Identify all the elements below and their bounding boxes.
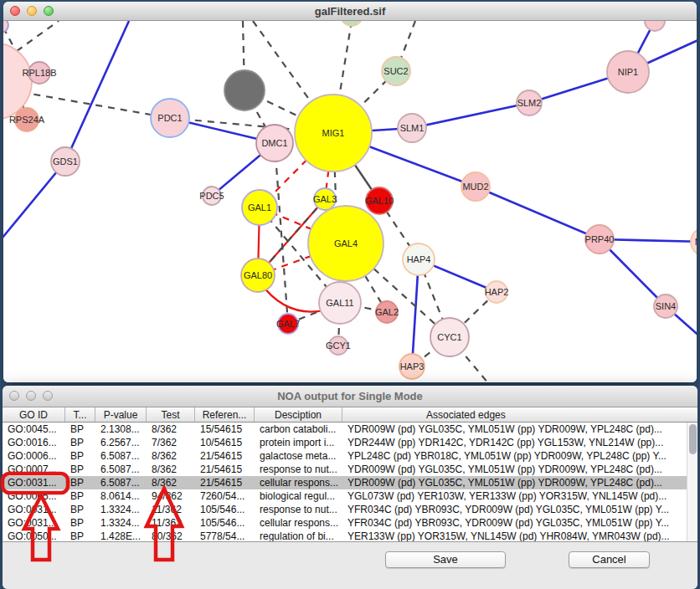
- table-cell: 6.2567...: [95, 436, 147, 449]
- node-label-NIP1: NIP1: [618, 67, 638, 77]
- edge-SLM1-SLM2: [412, 103, 529, 128]
- table-cell: biological regul...: [255, 489, 342, 503]
- table-row[interactable]: GO:0006...BP6.5087...8/36221/54615galact…: [3, 449, 697, 463]
- table-cell: 105/546...: [195, 516, 255, 530]
- table-cell: GO:0031...: [3, 503, 65, 516]
- close-button-icon[interactable]: [9, 391, 19, 401]
- table-row-selected[interactable]: GO:0031...BP6.5087...8/36221/54615cellul…: [3, 476, 697, 489]
- table-row[interactable]: GO:0031...BP1.3324...11/362105/546...res…: [3, 503, 697, 516]
- table-cell: GO:0065...: [3, 489, 65, 503]
- node-label-HAP3: HAP3: [400, 361, 425, 371]
- edge-GDS1-offleft: [3, 161, 65, 243]
- table-cell: YPL248C (pd) YBR018C, YML051W (pp) YDR00…: [342, 449, 697, 463]
- table-cell: BP: [65, 503, 95, 516]
- node-label-SIN4: SIN4: [656, 301, 676, 311]
- vertical-scrollbar[interactable]: [687, 423, 697, 543]
- node-pink-topright-node[interactable]: [645, 21, 665, 31]
- noa-titlebar[interactable]: NOA output for Single Mode: [3, 386, 697, 407]
- table-cell: response to nut...: [255, 503, 342, 516]
- table-cell: carbon cataboli...: [255, 423, 342, 436]
- zoom-button-icon[interactable]: [44, 6, 54, 16]
- network-titlebar[interactable]: galFiltered.sif: [3, 2, 697, 21]
- table-cell: YFR034C (pd) YBR093C, YDR009W (pd) YGL03…: [342, 516, 697, 530]
- table-cell: GO:0031...: [3, 476, 65, 489]
- table-cell: 11/362: [147, 516, 195, 530]
- column-header-p-value[interactable]: P-value: [95, 407, 147, 422]
- node-label-GDS1: GDS1: [53, 156, 78, 166]
- table-cell: 6.5087...: [95, 463, 147, 476]
- table-row[interactable]: GO:0007...BP6.5087...8/36221/54615respon…: [3, 463, 697, 476]
- node-label-RPL18B: RPL18B: [23, 68, 57, 78]
- cancel-button[interactable]: Cancel: [569, 551, 650, 568]
- node-label-GAL80: GAL80: [244, 270, 272, 280]
- edge-MUD2-PRP40: [476, 187, 600, 239]
- table-cell: BP: [65, 516, 95, 530]
- noa-traffic-lights: [9, 391, 53, 401]
- scrollbar-thumb[interactable]: [689, 424, 697, 454]
- zoom-button-icon[interactable]: [43, 391, 53, 401]
- column-header-t-[interactable]: T...: [65, 407, 95, 422]
- node-label-GAL10: GAL10: [365, 196, 394, 206]
- table-cell: YDR244W (pp) YDR142C, YDR142C (pp) YGL15…: [342, 436, 697, 449]
- table-cell: BP: [65, 449, 95, 463]
- table-cell: 8/362: [147, 476, 195, 489]
- minimize-button-icon[interactable]: [26, 391, 36, 401]
- network-window: galFiltered.sif RPL18BRPS24APDC1GDS1SUC2…: [3, 2, 697, 382]
- table-cell: BP: [65, 436, 95, 449]
- table-cell: 105/546...: [195, 503, 255, 516]
- node-label-GAL3: GAL3: [313, 194, 337, 204]
- table-cell: 6.5087...: [95, 476, 147, 489]
- column-header-desciption[interactable]: Desciption: [255, 407, 342, 422]
- table-cell: response to nut...: [255, 463, 342, 476]
- noa-footer: Save Cancel: [3, 541, 697, 589]
- column-header-test[interactable]: Test: [147, 407, 195, 422]
- node-label-GAL11: GAL11: [326, 298, 353, 308]
- node-label-GAL2: GAL2: [375, 307, 399, 317]
- table-cell: cellular respons...: [255, 516, 342, 530]
- noa-table-body: GO:0045...BP2.1308...8/36215/54615carbon…: [3, 423, 697, 543]
- traffic-lights: [10, 6, 54, 16]
- node-green-top-node[interactable]: [341, 21, 363, 26]
- table-row[interactable]: GO:0065...BP8.0614...94/3627260/54...bio…: [3, 489, 697, 503]
- network-canvas[interactable]: RPL18BRPS24APDC1GDS1SUC2MIG1SLM1SLM2NIP1…: [3, 21, 697, 382]
- table-row[interactable]: GO:0045...BP2.1308...8/36215/54615carbon…: [3, 423, 697, 436]
- table-cell: GO:0007...: [3, 463, 65, 476]
- node-label-GAL4: GAL4: [334, 238, 358, 248]
- column-header-go-id[interactable]: GO ID: [3, 407, 65, 422]
- table-cell: BP: [65, 476, 95, 489]
- save-button[interactable]: Save: [385, 551, 506, 568]
- table-cell: GO:0016...: [3, 436, 65, 449]
- table-cell: GO:0045...: [3, 423, 65, 436]
- node-label-HAP4: HAP4: [407, 254, 431, 264]
- table-cell: GO:0031...: [3, 516, 65, 530]
- column-header-referen-[interactable]: Referen...: [195, 407, 255, 422]
- table-cell: BP: [65, 463, 95, 476]
- table-cell: BP: [65, 489, 95, 503]
- column-header-associated-edges[interactable]: Associated edges: [342, 407, 697, 422]
- minimize-button-icon[interactable]: [27, 6, 37, 16]
- node-label-MIG1: MIG1: [322, 128, 345, 138]
- table-cell: YDR009W (pd) YGL035C, YML051W (pp) YDR00…: [342, 463, 697, 476]
- table-cell: 6.5087...: [95, 449, 147, 463]
- table-cell: 8/362: [147, 423, 195, 436]
- table-cell: 2.1308...: [95, 423, 147, 436]
- node-label-HAP2: HAP2: [485, 287, 509, 297]
- network-window-title: galFiltered.sif: [3, 5, 697, 18]
- node-label-SLM1: SLM1: [400, 123, 425, 133]
- network-graph: RPL18BRPS24APDC1GDS1SUC2MIG1SLM1SLM2NIP1…: [3, 21, 697, 382]
- table-cell: cellular respons...: [255, 476, 342, 489]
- table-cell: 7/362: [147, 436, 195, 449]
- table-cell: 1.3324...: [95, 503, 147, 516]
- noa-output-window: NOA output for Single Mode GO IDT...P-va…: [3, 386, 697, 589]
- table-row[interactable]: GO:0016...BP6.2567...7/36210/54615protei…: [3, 436, 697, 449]
- close-button-icon[interactable]: [10, 6, 20, 16]
- node-label-PDC5: PDC5: [199, 191, 224, 201]
- table-cell: galactose meta...: [255, 449, 342, 463]
- table-cell: 8.0614...: [95, 489, 147, 503]
- table-cell: 21/54615: [195, 463, 255, 476]
- node-corner-node[interactable]: [3, 21, 8, 33]
- node-gray-node[interactable]: [224, 70, 265, 110]
- table-cell: 1.3324...: [95, 516, 147, 530]
- node-label-SLM2: SLM2: [517, 98, 542, 108]
- table-row[interactable]: GO:0031...BP1.3324...11/362105/546...cel…: [3, 516, 697, 530]
